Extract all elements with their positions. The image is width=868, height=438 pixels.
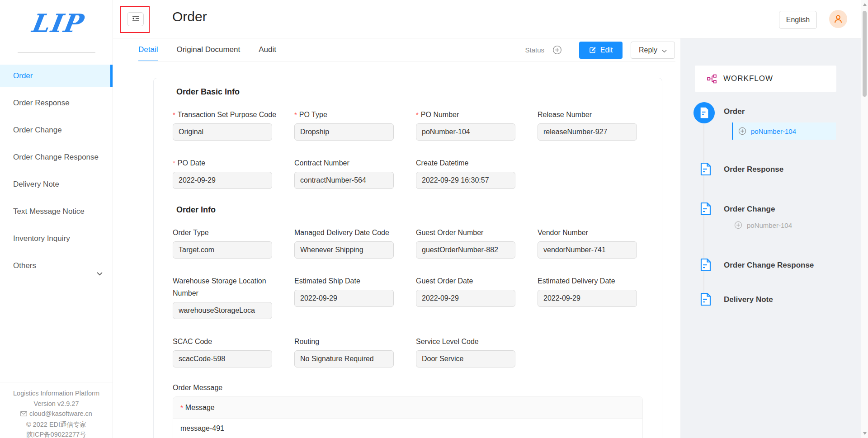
field-guest-order-number: Guest Order Number guestOrderNumber-882 — [416, 226, 538, 259]
field-value-input: scacCode-598 — [173, 350, 272, 367]
field-managed-delivery-date-code: Managed Delivery Date Code Whenever Ship… — [294, 226, 416, 259]
message-row: message-491 — [173, 419, 642, 438]
message-row-value: message-491 — [180, 424, 224, 432]
delivery-note-node-icon — [700, 292, 712, 308]
message-column-header: Message — [173, 397, 642, 419]
order-response-node-icon — [700, 162, 712, 178]
field-estimated-delivery-date: Estimated Delivery Date 2022-09-29 — [538, 275, 659, 307]
status-label: Status — [525, 46, 544, 54]
scrollbar-thumb[interactable] — [863, 11, 867, 97]
mail-icon — [20, 409, 27, 419]
plus-circle-icon — [738, 127, 746, 135]
sidebar: LIP Order Order Response Order Change Or… — [0, 0, 113, 438]
field-scac-code: SCAC Code scacCode-598 — [173, 335, 294, 367]
tabs-bar: Detail Original Document Audit Status Ed… — [113, 38, 680, 61]
tab-detail[interactable]: Detail — [138, 38, 158, 61]
sidebar-item-inventory-inquiry[interactable]: Inventory Inquiry — [0, 227, 113, 250]
scroll-up-arrow[interactable] — [863, 3, 867, 6]
tab-original-document[interactable]: Original Document — [176, 38, 240, 61]
order-message-block: Order Message Message message-491 — [173, 384, 643, 438]
sidebar-item-others[interactable]: Others — [0, 254, 113, 277]
cluster-icon — [707, 74, 717, 84]
form-row: PO Date 2022-09-29 Contract Number contr… — [173, 157, 651, 189]
sidebar-collapse-button[interactable] — [127, 12, 144, 26]
field-value-input: Original — [173, 123, 272, 141]
field-contract-number: Contract Number contractNumber-564 — [294, 157, 416, 189]
workflow-entry-ponumber-inactive[interactable]: poNumber-104 — [734, 221, 792, 229]
workflow-node-order: Order — [724, 107, 745, 116]
contact-email: cloud@kasoftware.cn — [0, 409, 113, 419]
tab-audit[interactable]: Audit — [259, 38, 276, 61]
field-value-input: contractNumber-564 — [294, 172, 394, 189]
chevron-down-icon — [662, 47, 667, 55]
field-value-input: 2022-09-29 — [538, 290, 637, 307]
icp-text: 陕ICP备09022277号 — [0, 429, 113, 438]
field-label: Release Number — [538, 108, 642, 121]
order-node-icon — [693, 102, 715, 123]
form-row: SCAC Code scacCode-598 Routing No Signat… — [173, 335, 651, 367]
field-value-input: guestOrderNumber-882 — [416, 241, 515, 259]
field-value-input: 2022-09-29 16:30:57 — [416, 172, 515, 189]
copyright-text: © 2022 EDI通信专家 — [0, 419, 113, 430]
chevron-down-icon — [97, 262, 103, 285]
field-value-input: Target.com — [173, 241, 272, 259]
language-label: English — [786, 16, 810, 24]
field-guest-order-date: Guest Order Date 2022-09-29 — [416, 275, 538, 307]
field-service-level-code: Service Level Code Door Service — [416, 335, 538, 367]
sidebar-item-order[interactable]: Order — [0, 65, 113, 87]
field-label: Estimated Ship Date — [294, 275, 398, 287]
field-label: Guest Order Number — [416, 226, 520, 239]
reply-label: Reply — [639, 46, 657, 54]
sidebar-item-text-message-notice[interactable]: Text Message Notice — [0, 200, 113, 223]
section-title: Order Info — [176, 205, 216, 215]
field-label: Order Type — [173, 226, 277, 239]
status-add-icon[interactable] — [552, 45, 562, 55]
user-avatar[interactable] — [829, 10, 847, 28]
sidebar-item-order-change-response[interactable]: Order Change Response — [0, 146, 113, 169]
field-label: Managed Delivery Date Code — [294, 226, 398, 239]
field-label: PO Type — [294, 108, 398, 121]
sidebar-item-delivery-note[interactable]: Delivery Note — [0, 173, 113, 196]
field-routing: Routing No Signature Required — [294, 335, 416, 367]
vertical-scrollbar[interactable] — [861, 0, 868, 438]
field-value-input: 2022-09-29 — [416, 290, 515, 307]
scroll-down-arrow[interactable] — [863, 432, 867, 435]
language-button[interactable]: English — [779, 11, 817, 29]
field-po-date: PO Date 2022-09-29 — [173, 157, 294, 189]
field-warehouse-storage-location-number: Warehouse Storage Location Number wareho… — [173, 275, 294, 319]
workflow-node-order-response: Order Response — [724, 165, 783, 174]
message-header-label: Message — [180, 404, 215, 412]
workflow-pane: WORKFLOW Order poNumber-104 Order Respon… — [680, 38, 861, 438]
sidebar-item-order-response[interactable]: Order Response — [0, 92, 113, 114]
field-label: PO Date — [173, 157, 277, 169]
section-order-info: Order Info — [165, 205, 651, 215]
entry-label: poNumber-104 — [751, 127, 796, 135]
workflow-entry-ponumber-active[interactable]: poNumber-104 — [732, 122, 836, 140]
sidebar-footer: Logistics Information Platform Version v… — [0, 382, 113, 438]
section-title: Order Basic Info — [176, 87, 240, 97]
field-label: PO Number — [416, 108, 520, 121]
field-label: Warehouse Storage Location Number — [173, 275, 277, 299]
sidebar-menu: Order Order Response Order Change Order … — [0, 65, 113, 282]
workflow-node-delivery-note: Delivery Note — [724, 295, 773, 304]
field-label: Create Datetime — [416, 157, 520, 169]
page-title: Order — [172, 9, 207, 24]
form-row: Transaction Set Purpose Code Original PO… — [173, 108, 651, 141]
field-release-number: Release Number releaseNumber-927 — [538, 108, 659, 141]
order-change-response-node-icon — [700, 258, 712, 273]
field-transaction-set-purpose-code: Transaction Set Purpose Code Original — [173, 108, 294, 141]
order-message-table: Message message-491 — [173, 396, 643, 438]
email-text: cloud@kasoftware.cn — [29, 410, 92, 417]
app-logo: LIP — [0, 8, 115, 38]
field-value-input: 2022-09-29 — [173, 172, 272, 189]
reply-button[interactable]: Reply — [631, 42, 675, 59]
version-text: Version v2.9.27 — [0, 399, 113, 409]
top-header: Order English — [113, 0, 861, 38]
edit-button[interactable]: Edit — [579, 42, 623, 59]
field-label: Service Level Code — [416, 335, 520, 348]
form-row: Warehouse Storage Location Number wareho… — [173, 275, 651, 319]
field-value-input: Whenever Shipping — [294, 241, 394, 259]
sidebar-item-order-change[interactable]: Order Change — [0, 119, 113, 141]
field-vendor-number: Vendor Number vendorNumber-741 — [538, 226, 659, 259]
edit-label: Edit — [600, 46, 613, 54]
